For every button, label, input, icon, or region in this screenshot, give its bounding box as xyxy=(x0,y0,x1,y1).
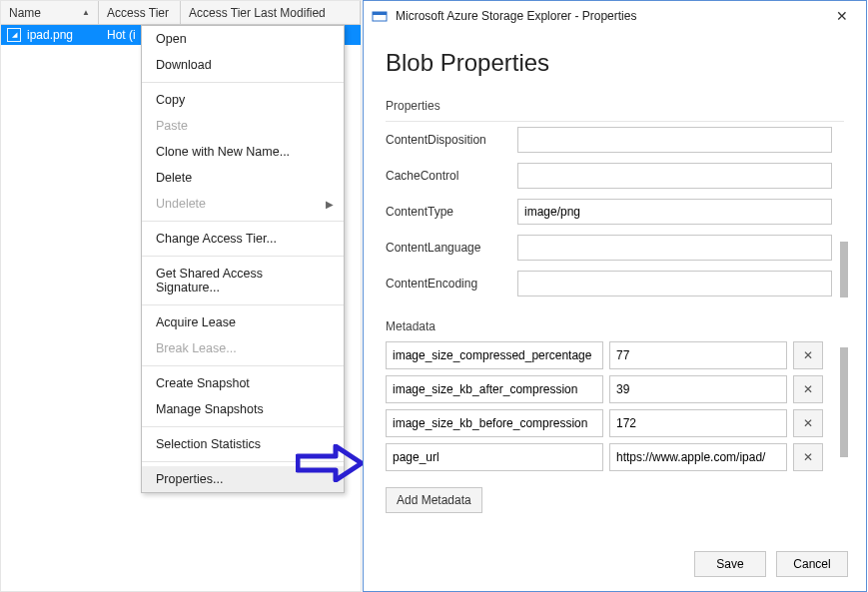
file-grid-panel: Name ▲ Access Tier Access Tier Last Modi… xyxy=(0,0,362,592)
column-label: Access Tier xyxy=(107,6,169,20)
menu-item-break-lease: Break Lease... xyxy=(142,335,344,361)
app-icon xyxy=(372,8,388,24)
menu-item-clone[interactable]: Clone with New Name... xyxy=(142,139,344,165)
metadata-value-field[interactable] xyxy=(609,375,787,403)
menu-item-manage-snapshots[interactable]: Manage Snapshots xyxy=(142,396,344,422)
menu-item-get-sas[interactable]: Get Shared Access Signature... xyxy=(142,261,344,300)
property-row: CacheControl xyxy=(386,158,844,194)
delete-metadata-button[interactable]: ✕ xyxy=(793,409,823,437)
metadata-key-field[interactable] xyxy=(386,443,603,471)
column-label: Access Tier Last Modified xyxy=(189,6,326,20)
section-label-metadata: Metadata xyxy=(386,319,844,333)
file-name: ipad.png xyxy=(27,28,101,42)
metadata-value-field[interactable] xyxy=(609,443,787,471)
menu-separator xyxy=(142,256,344,257)
property-row: ContentEncoding xyxy=(386,266,844,301)
delete-metadata-button[interactable]: ✕ xyxy=(793,443,823,471)
menu-item-delete[interactable]: Delete xyxy=(142,165,344,191)
image-file-icon: ◢ xyxy=(7,28,21,42)
menu-separator xyxy=(142,304,344,305)
close-icon: ✕ xyxy=(803,416,813,430)
content-type-field[interactable] xyxy=(517,199,832,225)
content-disposition-field[interactable] xyxy=(517,127,832,153)
close-icon: ✕ xyxy=(803,382,813,396)
metadata-key-field[interactable] xyxy=(386,375,603,403)
menu-item-create-snapshot[interactable]: Create Snapshot xyxy=(142,370,344,396)
save-button[interactable]: Save xyxy=(694,551,766,577)
menu-item-paste: Paste xyxy=(142,113,344,139)
file-tier: Hot (i xyxy=(107,28,136,42)
column-header-name[interactable]: Name ▲ xyxy=(1,1,99,25)
menu-item-open[interactable]: Open xyxy=(142,26,344,52)
property-label: ContentType xyxy=(386,205,505,219)
content-language-field[interactable] xyxy=(517,235,832,261)
menu-item-acquire-lease[interactable]: Acquire Lease xyxy=(142,309,344,335)
dialog-body: Blob Properties Properties ContentDispos… xyxy=(364,31,866,539)
metadata-value-field[interactable] xyxy=(609,409,787,437)
grid-header: Name ▲ Access Tier Access Tier Last Modi… xyxy=(1,1,361,25)
column-label: Name xyxy=(9,6,41,20)
section-label-properties: Properties xyxy=(386,99,844,113)
sort-ascending-icon: ▲ xyxy=(82,8,90,17)
dialog-title: Microsoft Azure Storage Explorer - Prope… xyxy=(396,9,818,23)
menu-separator xyxy=(142,461,344,462)
content-encoding-field[interactable] xyxy=(517,271,832,296)
close-icon: ✕ xyxy=(803,348,813,362)
scrollbar-thumb[interactable] xyxy=(840,347,848,457)
metadata-key-field[interactable] xyxy=(386,409,603,437)
cache-control-field[interactable] xyxy=(517,163,832,189)
property-row: ContentType xyxy=(386,194,844,230)
metadata-row: ✕ xyxy=(386,375,844,403)
metadata-key-field[interactable] xyxy=(386,341,603,369)
page-title: Blob Properties xyxy=(386,49,844,77)
menu-separator xyxy=(142,82,344,83)
menu-item-download[interactable]: Download xyxy=(142,52,344,78)
properties-grid: ContentDisposition CacheControl ContentT… xyxy=(386,121,844,301)
menu-item-label: Undelete xyxy=(156,197,206,211)
close-icon: ✕ xyxy=(803,450,813,464)
property-label: ContentDisposition xyxy=(386,133,505,147)
menu-item-undelete: Undelete ▶ xyxy=(142,191,344,217)
menu-separator xyxy=(142,365,344,366)
column-header-access-tier-modified[interactable]: Access Tier Last Modified xyxy=(181,1,361,25)
menu-item-properties[interactable]: Properties... xyxy=(142,466,344,492)
scrollbar-thumb[interactable] xyxy=(840,242,848,297)
menu-separator xyxy=(142,221,344,222)
delete-metadata-button[interactable]: ✕ xyxy=(793,375,823,403)
property-label: CacheControl xyxy=(386,169,505,183)
close-icon: ✕ xyxy=(836,8,848,24)
metadata-value-field[interactable] xyxy=(609,341,787,369)
dialog-titlebar: Microsoft Azure Storage Explorer - Prope… xyxy=(364,1,866,31)
metadata-row: ✕ xyxy=(386,341,844,369)
menu-item-selection-statistics[interactable]: Selection Statistics xyxy=(142,431,344,457)
metadata-section: Metadata ✕✕✕✕ Add Metadata xyxy=(386,319,844,513)
metadata-row: ✕ xyxy=(386,443,844,471)
add-metadata-button[interactable]: Add Metadata xyxy=(386,487,482,513)
submenu-caret-icon: ▶ xyxy=(326,199,334,210)
property-label: ContentEncoding xyxy=(386,277,505,291)
property-label: ContentLanguage xyxy=(386,241,505,255)
column-header-access-tier[interactable]: Access Tier xyxy=(99,1,181,25)
close-button[interactable]: ✕ xyxy=(826,4,858,28)
property-row: ContentDisposition xyxy=(386,122,844,158)
dialog-footer: Save Cancel xyxy=(364,539,866,591)
property-row: ContentLanguage xyxy=(386,230,844,266)
menu-item-change-access-tier[interactable]: Change Access Tier... xyxy=(142,226,344,252)
metadata-row: ✕ xyxy=(386,409,844,437)
svg-rect-1 xyxy=(373,12,387,15)
properties-dialog: Microsoft Azure Storage Explorer - Prope… xyxy=(363,0,867,592)
delete-metadata-button[interactable]: ✕ xyxy=(793,341,823,369)
menu-item-copy[interactable]: Copy xyxy=(142,87,344,113)
cancel-button[interactable]: Cancel xyxy=(776,551,848,577)
context-menu: Open Download Copy Paste Clone with New … xyxy=(141,25,345,493)
menu-separator xyxy=(142,426,344,427)
